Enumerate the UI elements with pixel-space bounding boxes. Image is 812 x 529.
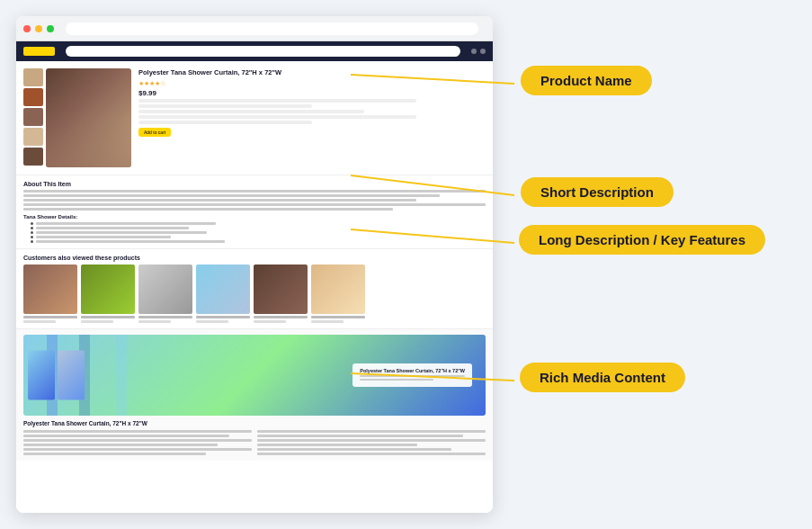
short-desc-line-4 [23,203,486,206]
customer-title-line-1 [23,316,77,318]
short-desc-line-1 [23,190,486,193]
maximize-button[interactable] [47,25,54,32]
ld-line-4 [23,444,218,446]
rich-media-label: Rich Media Content [520,363,685,392]
product-details: Polyester Tana Shower Curtain, 72"H x 72… [138,68,486,167]
ld-line-6 [23,453,206,455]
product-title: Polyester Tana Shower Curtain, 72"H x 72… [138,68,486,77]
customer-product-img-4 [196,264,250,314]
bullet-dot-3 [31,231,33,234]
short-desc-line-3 [23,199,416,202]
bullet-item-3 [31,231,486,234]
bullet-line-5 [36,240,225,243]
product-main-image [46,68,131,167]
customer-product-img-2 [81,264,135,314]
ld-line-12 [257,453,486,455]
bullet-dot-4 [31,236,33,238]
bullet-line-1 [36,222,216,225]
minimize-button[interactable] [35,25,42,32]
long-description-block: Polyester Tana Shower Curtain, 72"H x 72… [23,420,486,455]
about-section: About This Item Tana Shower Details: [16,175,493,249]
ld-line-3 [23,439,252,442]
add-to-cart-button[interactable]: Add to cart [138,128,171,137]
short-description-label-text: Short Description [540,184,654,200]
customer-item-3 [138,264,192,323]
bullet-item-2 [31,227,486,229]
search-bar[interactable] [66,46,460,57]
ld-line-9 [257,439,486,442]
bullet-dot-1 [31,222,33,225]
ld-line-11 [257,448,451,451]
customer-price-line-6 [311,320,344,323]
product-price: $9.99 [138,89,486,97]
rich-media-label-text: Rich Media Content [540,370,665,385]
short-desc-line-2 [23,194,440,197]
long-desc-col-2 [257,430,486,455]
product-name-label: Product Name [521,66,652,95]
long-desc-col-1 [23,430,252,455]
meta-line-2 [138,104,312,108]
walmart-logo [23,47,55,56]
thumbnail-1[interactable] [23,68,43,86]
customer-price-line-4 [196,320,228,323]
ld-line-10 [257,444,417,446]
long-desc-product-title: Polyester Tana Shower Curtain, 72"H x 72… [23,420,486,426]
meta-line-4 [138,115,416,119]
product-name-label-text: Product Name [540,73,632,88]
short-desc-line-5 [23,208,393,211]
rich-card-title: Polyester Tana Shower Curtain, 72"H x 72… [360,368,465,373]
close-button[interactable] [23,25,31,32]
browser-content: Polyester Tana Shower Curtain, 72"H x 72… [16,41,493,513]
meta-line-5 [138,121,312,124]
page-header [16,41,493,61]
bullet-line-4 [36,236,171,238]
bullet-dot-2 [31,227,33,229]
product-thumbnails [23,68,43,167]
thumbnail-2[interactable] [23,88,43,106]
thumbnail-5[interactable] [23,148,43,166]
customer-price-line-1 [23,320,56,323]
address-bar[interactable] [66,22,478,35]
thumbnail-3[interactable] [23,108,43,126]
bullet-item-5 [31,240,486,243]
customer-item-5 [254,264,308,323]
account-icon [471,49,477,54]
long-desc-columns [23,430,486,455]
ld-line-2 [23,435,229,437]
customer-item-6 [311,264,365,323]
customer-title-line-6 [311,316,365,318]
bullet-dot-5 [31,240,33,243]
bullet-line-2 [36,227,189,229]
product-section: Polyester Tana Shower Curtain, 72"H x 72… [16,61,493,175]
customer-product-img-5 [254,264,308,314]
about-title: About This Item [23,181,486,187]
product-rating: ★★★★☆ [138,80,486,87]
long-description-label: Long Description / Key Features [519,225,765,255]
short-description-text [23,190,486,211]
customer-product-img-3 [138,264,192,314]
customer-price-line-5 [254,320,286,323]
ld-line-1 [23,430,252,433]
customer-title-line-2 [81,316,135,318]
browser-chrome [16,16,493,41]
meta-line-3 [138,110,364,113]
ld-line-7 [257,430,486,433]
customer-product-img-6 [311,264,365,314]
thumbnail-4[interactable] [23,128,43,146]
customers-section: Customers also viewed these products [16,249,493,329]
short-description-label: Short Description [521,177,674,207]
customer-item-2 [81,264,135,323]
customer-item-1 [23,264,77,323]
rich-overlay-card: Polyester Tana Shower Curtain, 72"H x 72… [352,363,472,387]
rich-media-inner: Polyester Tana Shower Curtain, 72"H x 72… [23,335,486,416]
meta-line-1 [138,99,416,103]
long-description-label-text: Long Description / Key Features [539,232,745,247]
bullet-item-4 [31,236,486,238]
curtain-strip-3 [116,335,127,416]
customer-item-4 [196,264,250,323]
bullet-list [31,222,486,243]
ld-line-8 [257,435,463,437]
browser-mockup: Polyester Tana Shower Curtain, 72"H x 72… [16,16,493,513]
customers-grid [23,264,486,323]
rich-card-line-2 [360,379,433,381]
